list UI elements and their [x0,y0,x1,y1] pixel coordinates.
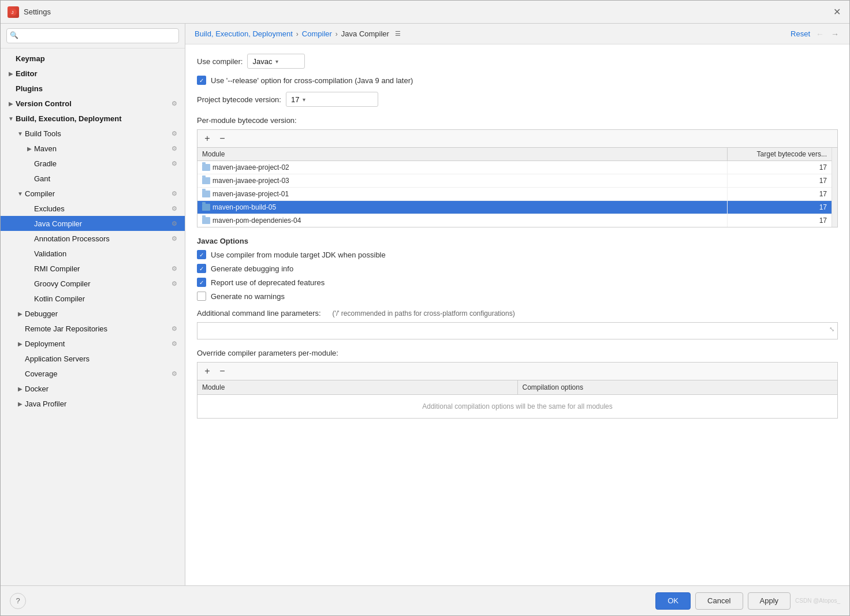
sidebar-item-build-tools[interactable]: ▼ Build Tools ⚙ [1,126,185,141]
sidebar-item-rmi-compiler[interactable]: RMI Compiler ⚙ [1,261,185,276]
sidebar-item-coverage[interactable]: Coverage ⚙ [1,366,185,381]
sidebar-item-java-profiler[interactable]: ▶ Java Profiler [1,396,185,411]
option-label-0: Use compiler from module target JDK when… [211,251,386,259]
close-button[interactable]: ✕ [831,6,842,18]
dep-expand-icon: ▶ [16,339,25,348]
breadcrumb-java-compiler: Java Compiler [341,29,389,38]
additional-params-input[interactable] [197,322,838,339]
nav-back-arrow[interactable]: ← [815,29,825,39]
sidebar-item-debugger[interactable]: ▶ Debugger [1,306,185,321]
sidebar-label-gradle: Gradle [34,159,170,168]
sidebar-label-excludes: Excludes [34,204,170,213]
sidebar-item-compiler[interactable]: ▼ Compiler ⚙ [1,186,185,201]
breadcrumb-menu-icon[interactable]: ☰ [395,30,401,38]
version-cell-0[interactable]: 17 [728,161,832,174]
gc-settings-icon: ⚙ [170,279,179,288]
module-table-inner: Module Target bytecode vers... maven-jav… [197,148,832,227]
maven-settings-icon: ⚙ [170,144,179,153]
option-checkbox-0[interactable]: ✓ [197,250,206,259]
version-cell-3[interactable]: 17 [728,201,832,214]
version-cell-4[interactable]: 17 [728,214,832,227]
sidebar-item-application-servers[interactable]: Application Servers [1,351,185,366]
sidebar-item-java-compiler[interactable]: Java Compiler ⚙ [1,216,185,231]
version-cell-1[interactable]: 17 [728,174,832,187]
breadcrumb-compiler[interactable]: Compiler [302,29,332,38]
table-row[interactable]: maven-javase-project-01 17 [197,188,832,201]
sidebar-item-plugins[interactable]: Plugins [1,81,185,96]
sidebar-label-version-control: Version Control [16,99,170,108]
ok-button[interactable]: OK [655,592,691,610]
gradle-settings-icon: ⚙ [170,159,179,168]
cov-settings-icon: ⚙ [170,369,179,378]
sidebar-label-plugins: Plugins [16,84,179,93]
version-cell-2[interactable]: 17 [728,188,832,200]
use-compiler-label: Use compiler: [197,57,243,66]
sidebar-item-keymap[interactable]: Keymap [1,51,185,66]
bt-expand-icon: ▼ [16,129,25,138]
table-row[interactable]: maven-javaee-project-03 17 [197,174,832,188]
option-row-3: Generate no warnings [197,292,838,301]
module-table-with-scroll: Module Target bytecode vers... maven-jav… [197,148,837,227]
option-checkbox-2[interactable]: ✓ [197,278,206,287]
release-option-check: ✓ [199,77,204,84]
sidebar-item-deployment[interactable]: ▶ Deployment ⚙ [1,336,185,351]
compiler-dropdown-value: Javac [252,57,272,66]
sidebar-item-groovy-compiler[interactable]: Groovy Compiler ⚙ [1,276,185,291]
sidebar-item-editor[interactable]: ▶ Editor [1,66,185,81]
table-row[interactable]: maven-javaee-project-02 17 [197,161,832,174]
sidebar-item-remote-jar-repos[interactable]: Remote Jar Repositories ⚙ [1,321,185,336]
override-remove-button[interactable]: − [216,365,229,378]
expand-icon[interactable]: ⤡ [829,326,834,333]
apply-button[interactable]: Apply [748,592,791,610]
cov-expand-placeholder [16,369,25,378]
sidebar-label-compiler: Compiler [25,189,170,198]
jc-expand-placeholder [25,219,34,228]
bytecode-version-dropdown[interactable]: 17 ▾ [286,92,378,107]
bytecode-version-dropdown-arrow: ▾ [303,96,305,103]
sidebar-label-annotation-processors: Annotation Processors [34,234,170,243]
option-checkbox-1[interactable]: ✓ [197,264,206,273]
table-row[interactable]: maven-pom-dependenies-04 17 [197,214,832,227]
sidebar-item-docker[interactable]: ▶ Docker [1,381,185,396]
cancel-button[interactable]: Cancel [695,592,743,610]
module-name-1: maven-javaee-project-03 [212,177,289,185]
search-input[interactable] [6,28,179,43]
folder-icon-0 [202,164,210,171]
module-name-3: maven-pom-build-05 [212,203,276,211]
sidebar-item-gant[interactable]: Gant [1,171,185,186]
sidebar-label-build-tools: Build Tools [25,129,170,138]
module-remove-button[interactable]: − [216,132,229,145]
reset-link[interactable]: Reset [791,29,810,38]
option-label-2: Report use of deprecated features [211,278,325,287]
option-checkbox-3[interactable] [197,292,206,301]
sidebar-item-build-exec-deploy[interactable]: ▼ Build, Execution, Deployment [1,111,185,126]
sidebar-label-java-profiler: Java Profiler [25,400,179,408]
sidebar-item-validation[interactable]: Validation [1,246,185,261]
bytecode-version-label: Project bytecode version: [197,95,281,104]
sidebar-item-kotlin-compiler[interactable]: Kotlin Compiler [1,291,185,306]
folder-icon-2 [202,191,210,197]
sidebar-label-maven: Maven [34,144,170,153]
help-button[interactable]: ? [10,593,26,609]
gant-expand-placeholder [25,174,34,183]
sidebar-item-version-control[interactable]: ▶ Version Control ⚙ [1,96,185,111]
sidebar-item-annotation-processors[interactable]: Annotation Processors ⚙ [1,231,185,246]
sidebar-label-debugger: Debugger [25,309,179,318]
compiler-expand-icon: ▼ [16,189,25,198]
table-row[interactable]: maven-pom-build-05 17 [197,201,832,214]
additional-params-label: Additional command line parameters: [197,309,321,318]
app-icon: J [8,6,19,18]
table-scrollbar[interactable] [832,148,837,227]
gc-expand-placeholder [25,279,34,288]
sidebar-item-maven[interactable]: ▶ Maven ⚙ [1,141,185,156]
module-add-button[interactable]: + [201,132,214,145]
title-bar: J Settings ✕ [1,1,849,24]
sidebar-item-excludes[interactable]: Excludes ⚙ [1,201,185,216]
breadcrumb-build-exec[interactable]: Build, Execution, Deployment [195,29,293,38]
override-add-button[interactable]: + [201,365,214,378]
release-option-checkbox[interactable]: ✓ [197,76,206,85]
sidebar-item-gradle[interactable]: Gradle ⚙ [1,156,185,171]
compiler-dropdown[interactable]: Javac ▾ [247,54,305,69]
module-name-4: maven-pom-dependenies-04 [212,216,301,225]
nav-forward-arrow[interactable]: → [830,29,840,39]
